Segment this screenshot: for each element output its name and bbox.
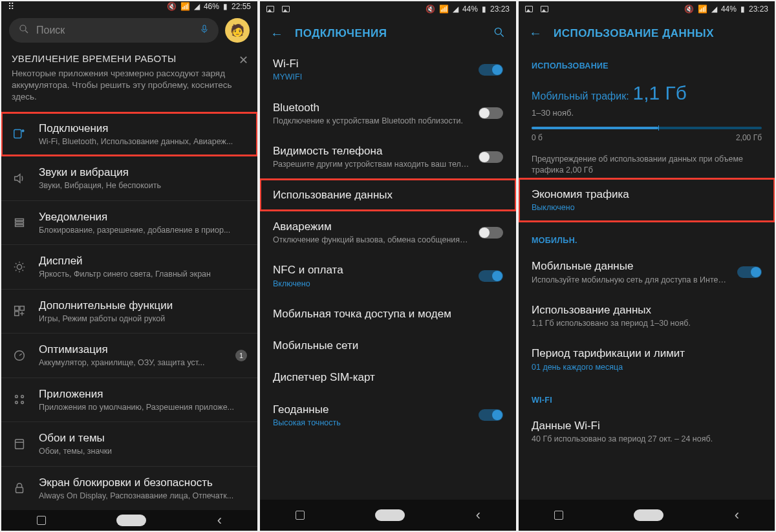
mobile-usage-row[interactable]: Использование данных 1,1 Гб использовано…	[519, 294, 775, 338]
row-sub: Отключение функций вызова, обмена сообще…	[273, 235, 471, 245]
settings-main-screen: 🔇 📶 ◢ 46% ▮ 22:55 Поиск 🧑 УВЕЛИЧЕНИЕ ВРЕ…	[1, 1, 257, 531]
item-title: Дополнительные функции	[39, 299, 173, 312]
usage-summary[interactable]: Мобильный трафик: 1,1 Гб 1–30 нояб. 0 б …	[519, 76, 775, 178]
data-usage-screen: 🔇 📶 ◢ 44% ▮ 23:23 ← ИСПОЛЬЗОВАНИЕ ДАННЫХ…	[519, 1, 775, 531]
row-title: Wi-Fi	[273, 57, 471, 70]
item-sub: Звуки, Вибрация, Не беспокоить	[39, 180, 161, 191]
settings-item-advanced[interactable]: Дополнительные функции Игры, Режим работ…	[1, 289, 257, 334]
row-title: Использование данных	[532, 303, 762, 317]
item-sub: Блокирование, разрешение, добавление в п…	[39, 225, 230, 235]
lock-icon	[12, 481, 27, 495]
settings-item-sound[interactable]: Звуки и вибрация Звуки, Вибрация, Не бес…	[1, 156, 257, 200]
connection-row-0[interactable]: Wi-FiMYWIFI	[260, 48, 516, 92]
settings-item-lock[interactable]: Экран блокировки и безопасность Always O…	[1, 466, 257, 511]
connection-row-5[interactable]: NFC и оплатаВключено	[260, 254, 516, 298]
clock: 23:23	[490, 5, 510, 14]
svg-rect-10	[15, 306, 19, 310]
row-sub: Разрешите другим устройствам находить ва…	[273, 159, 471, 169]
connection-row-2[interactable]: Видимость телефонаРазрешите другим устро…	[260, 135, 516, 179]
settings-item-display[interactable]: Дисплей Яркость, Фильтр синего света, Гл…	[1, 244, 257, 289]
search-input[interactable]: Поиск	[9, 18, 219, 43]
home-button[interactable]	[634, 509, 663, 521]
tip-title: УВЕЛИЧЕНИЕ ВРЕМЕНИ РАБОТЫ	[12, 53, 247, 64]
app-header: ← ПОДКЛЮЧЕНИЯ	[260, 17, 516, 48]
row-sub: 40 Гб использовано за период 27 окт. – 2…	[532, 434, 762, 444]
connection-row-3[interactable]: Использование данных	[260, 179, 516, 211]
data-saver-row[interactable]: Экономия трафика Выключено	[519, 178, 775, 222]
nav-bar: ‹	[260, 500, 516, 531]
nav-bar: ‹	[519, 500, 775, 531]
nav-bar: ‹	[1, 510, 257, 531]
wifi-icon: 📶	[698, 5, 707, 14]
settings-item-wallpaper[interactable]: Обои и темы Обои, темы, значки	[1, 421, 257, 466]
connection-row-4[interactable]: АвиарежимОтключение функций вызова, обме…	[260, 211, 516, 255]
connection-row-9[interactable]: ГеоданныеВысокая точность	[260, 394, 516, 438]
advanced-icon	[12, 304, 27, 318]
back-button[interactable]: ‹	[735, 507, 739, 524]
battery-tip-card[interactable]: УВЕЛИЧЕНИЕ ВРЕМЕНИ РАБОТЫ Некоторые прил…	[1, 47, 257, 112]
settings-item-connections[interactable]: Подключения Wi-Fi, Bluetooth, Использова…	[1, 112, 257, 156]
row-sub: Выключено	[532, 202, 762, 213]
apps-icon	[12, 392, 27, 407]
connection-row-6[interactable]: Мобильная точка доступа и модем	[260, 298, 516, 330]
mobile-data-toggle[interactable]	[737, 266, 762, 278]
item-sub: Игры, Режим работы одной рукой	[39, 314, 173, 324]
signal-icon: ◢	[194, 2, 200, 11]
row-toggle[interactable]	[479, 64, 503, 76]
svg-line-1	[25, 30, 28, 33]
row-title: Геоданные	[273, 403, 471, 416]
home-button[interactable]	[375, 509, 405, 521]
mobile-data-row[interactable]: Мобильные данные Используйте мобильную с…	[519, 250, 775, 294]
row-toggle[interactable]	[479, 107, 503, 119]
row-toggle[interactable]	[479, 270, 503, 282]
row-title: Bluetooth	[273, 101, 471, 114]
profile-avatar[interactable]: 🧑	[225, 18, 250, 43]
screenshot-icon	[282, 6, 290, 12]
item-sub: Wi-Fi, Bluetooth, Использование данных, …	[39, 136, 233, 147]
svg-rect-11	[20, 306, 24, 310]
svg-point-0	[20, 25, 26, 31]
back-button[interactable]: ‹	[217, 512, 222, 529]
row-toggle[interactable]	[479, 151, 503, 163]
row-title: Видимость телефона	[273, 144, 471, 158]
settings-item-notifications[interactable]: Уведомления Блокирование, разрешение, до…	[1, 200, 257, 245]
display-icon	[12, 260, 27, 274]
settings-item-apps[interactable]: Приложения Приложения по умолчанию, Разр…	[1, 378, 257, 422]
connection-row-7[interactable]: Мобильные сети	[260, 330, 516, 361]
svg-rect-2	[203, 25, 206, 30]
recents-button[interactable]	[37, 516, 46, 525]
back-arrow-icon[interactable]: ←	[270, 27, 283, 41]
settings-item-optimization[interactable]: Оптимизация Аккумулятор, хранилище, ОЗУ,…	[1, 333, 257, 378]
item-title: Обои и темы	[39, 431, 112, 445]
item-sub: Обои, темы, значки	[39, 446, 112, 456]
connection-row-8[interactable]: Диспетчер SIM-карт	[260, 361, 516, 393]
mic-icon[interactable]	[199, 23, 210, 37]
svg-point-14	[16, 396, 18, 398]
wifi-data-row[interactable]: Данные Wi-Fi 40 Гб использовано за перио…	[519, 410, 775, 454]
svg-rect-7	[16, 222, 24, 224]
row-title: Мобильные данные	[532, 259, 729, 273]
wifi-icon: 📶	[439, 5, 449, 14]
back-arrow-icon[interactable]: ←	[529, 26, 542, 41]
item-badge: 1	[235, 350, 247, 361]
bar-max: 2,00 Гб	[736, 133, 762, 142]
status-bar: 🔇 📶 ◢ 44% ▮ 23:23	[260, 1, 516, 17]
billing-cycle-row[interactable]: Период тарификации и лимит 01 день каждо…	[519, 337, 775, 381]
connection-row-1[interactable]: BluetoothПодключение к устройствам Bluet…	[260, 92, 516, 136]
close-icon[interactable]: ✕	[239, 53, 248, 67]
svg-point-5	[22, 130, 24, 132]
row-toggle[interactable]	[479, 227, 503, 239]
more-icon	[8, 1, 13, 12]
row-title: Авиарежим	[273, 220, 471, 233]
home-button[interactable]	[116, 515, 146, 526]
wifi-icon: 📶	[180, 2, 190, 11]
recents-button[interactable]	[554, 511, 563, 520]
search-icon[interactable]	[493, 26, 506, 41]
item-sub: Аккумулятор, хранилище, ОЗУ, защита уст.…	[39, 357, 205, 368]
section-mobile: МОБИЛЬН.	[519, 222, 775, 250]
recents-button[interactable]	[296, 511, 305, 520]
item-title: Подключения	[39, 122, 233, 135]
row-toggle[interactable]	[479, 409, 503, 421]
connections-screen: 🔇 📶 ◢ 44% ▮ 23:23 ← ПОДКЛЮЧЕНИЯ Wi-FiMYW…	[260, 1, 516, 531]
back-button[interactable]: ‹	[476, 507, 480, 524]
